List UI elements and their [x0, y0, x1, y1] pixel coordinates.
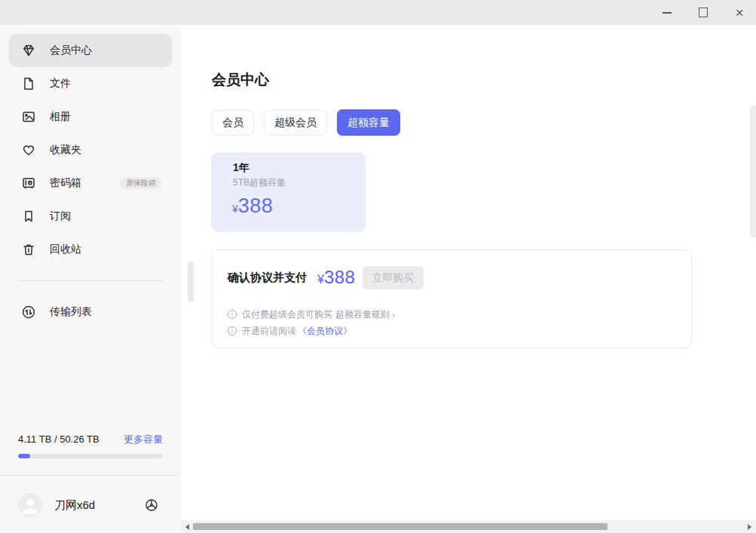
plan-price: ¥388	[232, 195, 273, 218]
file-icon	[21, 76, 36, 91]
sidebar-item-albums[interactable]: 相册	[9, 100, 172, 133]
sidebar-item-label: 文件	[50, 77, 71, 90]
sidebar-item-favorites[interactable]: 收藏夹	[9, 133, 172, 167]
chevron-right-icon: ›	[392, 309, 395, 320]
minimize-button[interactable]	[653, 0, 681, 25]
sidebar: 会员中心 文件 相册 收藏夹 密码箱 原保险箱	[0, 25, 181, 533]
storage-section: 4.11 TB / 50.26 TB 更多容量	[18, 433, 163, 458]
sidebar-item-label: 传输列表	[50, 305, 92, 319]
tab-super-member[interactable]: 超级会员	[264, 110, 327, 135]
password-box-badge: 原保险箱	[120, 177, 162, 189]
maximize-button[interactable]	[690, 0, 717, 25]
heart-icon	[21, 142, 36, 158]
page-title: 会员中心	[212, 70, 269, 90]
trash-icon	[21, 242, 36, 257]
tab-member[interactable]: 会员	[212, 110, 254, 135]
info-icon: i	[228, 310, 237, 319]
storage-usage-text: 4.11 TB / 50.26 TB	[18, 433, 99, 445]
confirm-pay-label: 确认协议并支付	[228, 271, 307, 285]
note2-text: 开通前请阅读	[242, 325, 296, 338]
plan-card-1year[interactable]: 1年 5TB超额容量 ¥388	[211, 152, 366, 232]
note1-text: 仅付费超级会员可购买	[242, 308, 332, 321]
triangle-left-icon	[185, 524, 189, 530]
sidebar-divider	[18, 280, 163, 281]
currency-symbol: ¥	[232, 203, 238, 215]
user-row: 刀网x6d	[18, 487, 160, 523]
sidebar-item-files[interactable]: 文件	[9, 67, 172, 100]
sidebar-item-transfer-list[interactable]: 传输列表	[9, 296, 172, 329]
maximize-icon	[699, 8, 708, 17]
sidebar-item-subscriptions[interactable]: 订阅	[9, 200, 172, 233]
member-agreement-link[interactable]: 《会员协议》	[298, 325, 352, 338]
triangle-right-icon	[748, 524, 751, 530]
payment-notes: i 仅付费超级会员可购买 超额容量规则 › i 开通前请阅读 《会员协议》	[228, 306, 395, 339]
note-line-1: i 仅付费超级会员可购买 超额容量规则 ›	[228, 306, 395, 323]
horizontal-scrollbar-thumb[interactable]	[193, 523, 608, 530]
sidebar-item-recycle-bin[interactable]: 回收站	[9, 233, 172, 266]
plan-duration: 1年	[233, 161, 249, 175]
scroll-right-arrow[interactable]	[746, 523, 753, 530]
avatar[interactable]	[18, 493, 42, 517]
storage-progress-fill	[18, 454, 30, 458]
sidebar-item-label: 收藏夹	[50, 143, 81, 157]
user-name: 刀网x6d	[54, 498, 95, 513]
amount-value: 388	[324, 267, 356, 288]
minimize-icon	[663, 12, 672, 14]
transfer-icon	[21, 305, 36, 320]
note-line-2: i 开通前请阅读 《会员协议》	[228, 323, 395, 339]
sidebar-item-label: 相册	[50, 110, 71, 124]
settings-icon[interactable]	[143, 497, 160, 513]
plan-tabs: 会员 超级会员 超额容量	[212, 110, 400, 136]
price-amount: 388	[238, 195, 274, 217]
payment-row: 确认协议并支付 ¥388	[228, 265, 355, 289]
bookmark-icon	[21, 209, 36, 224]
scroll-left-arrow[interactable]	[184, 523, 191, 530]
sidebar-item-label: 会员中心	[50, 44, 92, 57]
main-content: 会员中心 会员 超级会员 超额容量 1年 5TB超额容量 ¥388 确认协议并支…	[181, 25, 756, 533]
sidebar-item-label: 密码箱	[50, 176, 81, 190]
payment-amount: ¥388	[317, 267, 355, 288]
capacity-rules-link[interactable]: 超额容量规则	[335, 308, 390, 321]
tab-extra-capacity[interactable]: 超额容量	[337, 109, 400, 136]
sidebar-item-member-center[interactable]: 会员中心	[9, 34, 172, 67]
storage-progress-track	[18, 454, 163, 458]
titlebar: ✕	[0, 0, 756, 25]
close-button[interactable]: ✕	[726, 0, 753, 25]
buy-now-button[interactable]: 立即购买	[363, 266, 424, 289]
plan-description: 5TB超额容量	[233, 176, 286, 189]
payment-card: 确认协议并支付 ¥388 立即购买 i 仅付费超级会员可购买 超额容量规则 › …	[212, 250, 692, 348]
horizontal-scrollbar	[181, 520, 756, 533]
sidebar-nav: 会员中心 文件 相册 收藏夹 密码箱 原保险箱	[9, 34, 172, 329]
inner-vertical-scrollbar-thumb[interactable]	[188, 262, 194, 302]
gem-icon	[21, 43, 36, 58]
safe-icon	[21, 176, 36, 191]
user-divider	[0, 475, 181, 476]
info-icon: i	[228, 326, 237, 335]
sidebar-item-label: 回收站	[50, 243, 81, 256]
currency-symbol: ¥	[317, 273, 324, 286]
vertical-scrollbar-thumb[interactable]	[750, 106, 756, 237]
sidebar-item-password-box[interactable]: 密码箱 原保险箱	[9, 167, 172, 200]
photos-icon	[21, 109, 36, 124]
sidebar-item-label: 订阅	[50, 210, 71, 223]
more-storage-link[interactable]: 更多容量	[124, 433, 163, 446]
close-icon: ✕	[735, 7, 744, 19]
